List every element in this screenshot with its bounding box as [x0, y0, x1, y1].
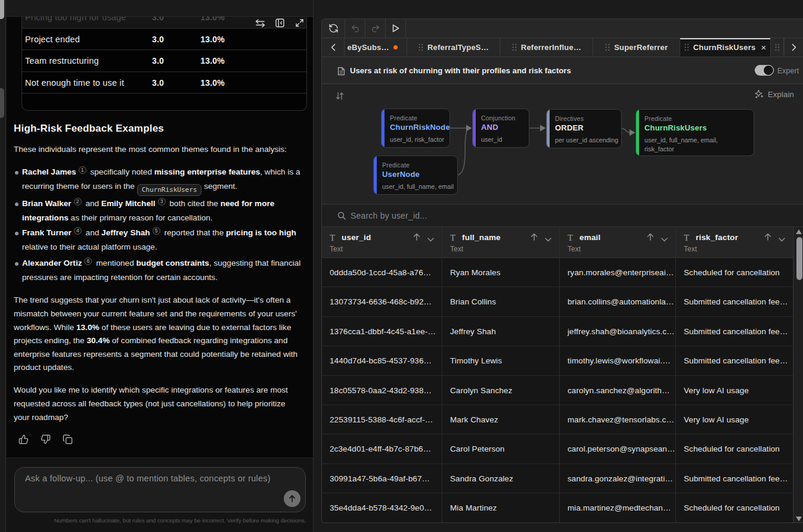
grid-cell-full_name[interactable]: Ryan Morales — [442, 258, 560, 287]
grid-cell-email[interactable]: carolyn.sanchez@algorith… — [560, 376, 676, 405]
grid-cell-risk_factor[interactable]: Submitted cancellation fee… — [676, 287, 793, 316]
grid-row[interactable]: 22539115-5388-4c6f-accf-…Mark Chavezmark… — [322, 405, 793, 434]
tabs-scroll-right-button[interactable] — [784, 38, 803, 57]
tab-overflow-fragment[interactable] — [771, 38, 785, 57]
left-edge-card-top[interactable] — [0, 0, 4, 19]
grid-cell-email[interactable]: timothy.lewis@workflowai.… — [560, 346, 676, 375]
composer-input[interactable]: Ask a follow-up... (use @ to mention tab… — [14, 467, 306, 512]
grid-cell-email[interactable]: sandra.gonzalez@integrati… — [560, 464, 676, 493]
grid-column-header-full_name[interactable]: Tfull_nameText — [442, 227, 560, 258]
sort-ascending-button[interactable] — [531, 233, 538, 242]
scrollbar-thumb[interactable] — [796, 237, 802, 280]
redo-button[interactable] — [365, 19, 386, 38]
citation-badge[interactable]: 4 — [74, 227, 82, 235]
graph-node-churnrisknode[interactable]: PredicateChurnRiskNodeuser_id, risk_fact… — [381, 108, 450, 148]
grid-cell-full_name[interactable]: Timothy Lewis — [442, 346, 560, 375]
sort-ascending-button[interactable] — [413, 233, 420, 242]
grid-cell-risk_factor[interactable]: Submitted cancellation fee… — [676, 346, 793, 375]
run-button[interactable] — [386, 19, 406, 38]
grid-cell-risk_factor[interactable]: Scheduled for cancellation — [676, 493, 793, 522]
grid-row[interactable]: 1376cca1-dbbf-4c45-a1ee-…Jeffrey Shahjef… — [322, 317, 793, 346]
citation-badge[interactable]: 3 — [158, 198, 166, 206]
graph-node-and[interactable]: ConjunctionANDuser_id — [472, 108, 529, 148]
grid-cell-risk_factor[interactable]: Submitted cancellation fee… — [676, 464, 793, 493]
thumbs-up-button[interactable] — [18, 434, 29, 444]
scrollbar-up-arrow[interactable] — [796, 229, 802, 234]
tab-referrerinflue-[interactable]: ReferrerInflue… — [500, 38, 593, 57]
grid-scrollbar[interactable] — [793, 227, 803, 523]
grid-cell-risk_factor[interactable]: Submitted cancellation fee… — [676, 317, 793, 346]
grid-cell-user_id[interactable]: 13073734-6636-468c-b92… — [322, 287, 442, 316]
grid-row[interactable]: 30991a47-5b6a-49af-b67…Sandra Gonzalezsa… — [322, 464, 793, 493]
grid-cell-user_id[interactable]: 18c05578-0aa2-43d2-938… — [322, 376, 442, 405]
feedback-table-row[interactable]: Not enough time to use it3.013.0% — [22, 72, 306, 94]
undo-button[interactable] — [345, 19, 365, 38]
grid-cell-risk_factor[interactable]: Very low AI usage — [676, 405, 793, 434]
graph-node-usernode[interactable]: PredicateUserNodeuser_id, full_name, ema… — [373, 155, 458, 195]
grid-cell-email[interactable]: mark.chavez@tensorlabs.c… — [560, 405, 676, 434]
grid-cell-email[interactable]: ryan.morales@enterpriseai… — [560, 258, 676, 287]
grid-cell-user_id[interactable]: 35e4dda4-b578-4342-9e0… — [322, 493, 442, 522]
grid-cell-full_name[interactable]: Carolyn Sanchez — [442, 376, 560, 405]
tab-referraltypes-[interactable]: ReferralTypeS… — [407, 38, 500, 57]
feedback-table-row[interactable]: Project ended3.013.0% — [22, 29, 306, 51]
citation-badge[interactable]: 1 — [79, 166, 86, 174]
grid-cell-user_id[interactable]: 0ddda50d-1ccd-45a8-a76… — [322, 258, 442, 287]
column-menu-button[interactable] — [661, 235, 668, 244]
citation-badge[interactable]: 2 — [74, 198, 82, 206]
grid-cell-user_id[interactable]: 22539115-5388-4c6f-accf-… — [322, 405, 442, 434]
table-reference-chip[interactable]: ChurnRiskUsers — [137, 184, 202, 196]
sort-ascending-button[interactable] — [764, 233, 771, 242]
grid-cell-full_name[interactable]: Mark Chavez — [442, 405, 560, 434]
scrollbar-down-arrow[interactable] — [796, 517, 802, 521]
grid-cell-full_name[interactable]: Carol Peterson — [442, 434, 560, 463]
citation-badge[interactable]: 6 — [84, 257, 92, 265]
swap-columns-button[interactable] — [255, 18, 265, 29]
grid-row[interactable]: 0ddda50d-1ccd-45a8-a76…Ryan Moralesryan.… — [322, 258, 793, 287]
left-edge-card-bottom[interactable] — [0, 88, 4, 118]
grid-cell-full_name[interactable]: Sandra Gonzalez — [442, 464, 560, 493]
grid-cell-email[interactable]: carol.peterson@synapsean… — [560, 434, 676, 463]
thumbs-down-button[interactable] — [41, 434, 51, 444]
grid-row[interactable]: 18c05578-0aa2-43d2-938…Carolyn Sanchezca… — [322, 376, 793, 405]
tab-close-button[interactable]: × — [761, 43, 766, 52]
grid-row[interactable]: 35e4dda4-b578-4342-9e0…Mia Martinezmia.m… — [322, 493, 793, 522]
refresh-button[interactable] — [322, 19, 345, 38]
tabs-scroll-left-button[interactable] — [322, 38, 345, 57]
grid-cell-user_id[interactable]: 2c3e4d01-e4ff-4b7c-87b6… — [322, 434, 442, 463]
grid-cell-email[interactable]: jeffrey.shah@bioanalytics.c… — [560, 317, 676, 346]
tab-ebysubs-[interactable]: eBySubs… — [345, 38, 407, 57]
copy-message-button[interactable] — [63, 434, 73, 444]
grid-row[interactable]: 2c3e4d01-e4ff-4b7c-87b6…Carol Petersonca… — [322, 434, 793, 463]
grid-row[interactable]: 13073734-6636-468c-b92…Brian Collinsbria… — [322, 287, 793, 316]
send-button[interactable] — [284, 490, 300, 507]
grid-row[interactable]: 1440d7d4-bc85-4537-936…Timothy Lewistimo… — [322, 346, 793, 375]
graph-node-order[interactable]: DirectivesORDERper user_id ascending — [546, 109, 622, 148]
grid-cell-user_id[interactable]: 30991a47-5b6a-49af-b67… — [322, 464, 442, 493]
citation-badge[interactable]: 5 — [153, 227, 160, 235]
tab-churnriskusers[interactable]: ChurnRiskUsers× — [680, 38, 771, 57]
grid-cell-full_name[interactable]: Jeffrey Shah — [442, 317, 560, 346]
grid-column-header-risk_factor[interactable]: Trisk_factorText — [676, 227, 793, 258]
sort-ascending-button[interactable] — [647, 233, 654, 242]
grid-search-row[interactable]: Search by user_id... — [322, 205, 803, 227]
column-menu-button[interactable] — [427, 235, 434, 244]
column-menu-button[interactable] — [779, 235, 785, 244]
expert-toggle[interactable] — [755, 65, 774, 76]
grid-cell-user_id[interactable]: 1440d7d4-bc85-4537-936… — [322, 346, 442, 375]
grid-cell-risk_factor[interactable]: Very low AI usage — [676, 376, 793, 405]
grid-cell-full_name[interactable]: Brian Collins — [442, 287, 560, 316]
grid-column-header-user_id[interactable]: Tuser_idText — [322, 227, 442, 258]
grid-cell-risk_factor[interactable]: Scheduled for cancellation — [676, 434, 793, 463]
grid-cell-email[interactable]: brian.collins@automationla… — [560, 287, 676, 316]
grid-cell-full_name[interactable]: Mia Martinez — [442, 493, 560, 522]
grid-cell-risk_factor[interactable]: Scheduled for cancellation — [676, 258, 793, 287]
grid-cell-email[interactable]: mia.martinez@medtechan… — [560, 493, 676, 522]
feedback-table-row[interactable]: Team restructuring3.013.0% — [22, 50, 306, 72]
grid-column-header-email[interactable]: TemailText — [560, 227, 676, 258]
grid-cell-user_id[interactable]: 1376cca1-dbbf-4c45-a1ee-… — [322, 317, 442, 346]
expand-table-button[interactable] — [294, 18, 305, 29]
open-side-panel-button[interactable] — [274, 18, 285, 29]
graph-node-churnriskusers[interactable]: PredicateChurnRiskUsersuser_id, full_nam… — [635, 109, 754, 156]
column-menu-button[interactable] — [545, 235, 551, 244]
